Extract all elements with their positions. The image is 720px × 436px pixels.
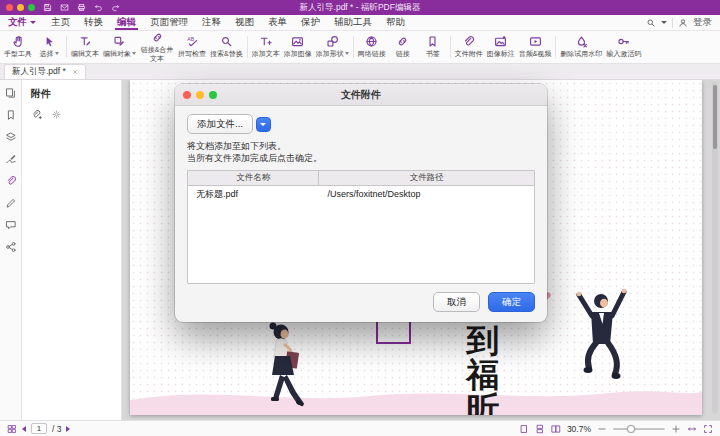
- tab-view[interactable]: 视图: [228, 15, 261, 30]
- add-shape-button[interactable]: 添加形状: [314, 32, 351, 62]
- email-icon[interactable]: [60, 3, 69, 12]
- dialog-hint-1: 将文档添加至如下列表。: [187, 141, 535, 153]
- add-shape-icon: [326, 35, 339, 48]
- add-file-button[interactable]: 添加文件...: [187, 114, 253, 134]
- attachment-table: 文件名称 文件路径 无标题.pdf /Users/foxitnet/Deskto…: [187, 170, 535, 284]
- document-tab[interactable]: 新人引导.pdf *: [4, 64, 86, 79]
- undo-icon[interactable]: [94, 3, 103, 12]
- cancel-button[interactable]: 取消: [433, 292, 480, 312]
- strip-edit-button[interactable]: [5, 197, 17, 209]
- fit-width-icon[interactable]: [687, 424, 697, 434]
- tab-edit[interactable]: 编辑: [110, 15, 143, 30]
- tab-comment[interactable]: 注释: [195, 15, 228, 30]
- pink-wave-decoration: [130, 391, 702, 415]
- zoom-window-button[interactable]: [28, 4, 35, 11]
- strip-layers-button[interactable]: [5, 131, 17, 143]
- search-replace-icon: [220, 35, 233, 48]
- share-icon: [5, 241, 17, 253]
- headline-char-3: 昕: [467, 389, 500, 415]
- search-icon[interactable]: [646, 18, 656, 28]
- menu-bar: 文件 主页 转换 编辑 页面管理 注释 视图 表单 保护 辅助工具 帮助 登录: [0, 15, 720, 31]
- zoom-out-icon[interactable]: [597, 424, 607, 434]
- tab-protect[interactable]: 保护: [294, 15, 327, 30]
- dialog-minimize-button[interactable]: [196, 91, 204, 99]
- grid-view-icon[interactable]: [7, 424, 17, 434]
- tool-label: 文件附件: [455, 50, 483, 58]
- single-page-view-icon[interactable]: [519, 424, 529, 434]
- next-page-icon[interactable]: [66, 426, 70, 432]
- vertical-scrollbar[interactable]: [712, 82, 718, 414]
- tool-label: 添加形状: [316, 50, 344, 58]
- zoom-slider-knob[interactable]: [627, 425, 635, 433]
- tool-label: 链接: [396, 50, 410, 58]
- pen-icon: [5, 197, 17, 209]
- image-annotation-button[interactable]: 图像标注: [485, 32, 517, 62]
- toolbar-divider: [247, 36, 248, 58]
- strip-share-button[interactable]: [5, 241, 17, 253]
- chevron-down-icon: [132, 52, 136, 55]
- close-window-button[interactable]: [6, 4, 13, 11]
- strip-thumbnails-button[interactable]: [5, 87, 17, 99]
- add-image-button[interactable]: 添加图像: [282, 32, 314, 62]
- page-total-label: / 3: [52, 424, 61, 434]
- settings-gear-icon[interactable]: [51, 109, 62, 120]
- strip-bookmarks-button[interactable]: [5, 109, 17, 121]
- scrollbar-thumb[interactable]: [713, 85, 717, 149]
- dialog-close-button[interactable]: [183, 91, 191, 99]
- strip-attachments-button[interactable]: [5, 175, 17, 187]
- image-annotation-icon: [494, 35, 507, 48]
- comment-icon: [5, 219, 17, 231]
- redo-icon[interactable]: [111, 3, 120, 12]
- chevron-down-icon[interactable]: [661, 21, 667, 24]
- enter-activation-code-button[interactable]: 输入激活码: [604, 32, 643, 62]
- edit-object-button[interactable]: 编辑对象: [101, 32, 138, 62]
- page-number-input[interactable]: [31, 423, 47, 434]
- save-icon[interactable]: [43, 3, 52, 12]
- link-join-text-button[interactable]: 链接&合并文本: [138, 32, 176, 62]
- status-bar: / 3 30.7%: [0, 420, 720, 436]
- search-replace-button[interactable]: 搜索&替换: [208, 32, 245, 62]
- tool-label: 链接&合并文本: [140, 46, 174, 62]
- spell-check-button[interactable]: AB 拼写检查: [176, 32, 208, 62]
- tab-convert[interactable]: 转换: [77, 15, 110, 30]
- bookmark-button[interactable]: 书签: [418, 32, 448, 62]
- tab-form[interactable]: 表单: [261, 15, 294, 30]
- dialog-zoom-button[interactable]: [209, 91, 217, 99]
- attachment-table-empty-area: [188, 202, 534, 283]
- add-attachment-icon[interactable]: [31, 109, 42, 120]
- zoom-in-icon[interactable]: [671, 424, 681, 434]
- add-file-dropdown-button[interactable]: [256, 117, 271, 132]
- svg-text:AB: AB: [187, 37, 195, 43]
- login-link[interactable]: 登录: [693, 16, 712, 29]
- close-icon[interactable]: [72, 69, 78, 75]
- zoom-slider[interactable]: [613, 428, 665, 430]
- minimize-window-button[interactable]: [17, 4, 24, 11]
- attachment-table-row[interactable]: 无标题.pdf /Users/foxitnet/Desktop: [188, 186, 534, 202]
- tab-page-management[interactable]: 页面管理: [143, 15, 195, 30]
- edit-text-button[interactable]: 编辑文本: [69, 32, 101, 62]
- select-tool-button[interactable]: 选择: [34, 32, 64, 62]
- file-attachment-button[interactable]: 文件附件: [453, 32, 485, 62]
- strip-comments-button[interactable]: [5, 219, 17, 231]
- previous-page-icon[interactable]: [22, 426, 26, 432]
- link-button[interactable]: 链接: [388, 32, 418, 62]
- remove-trial-watermark-button[interactable]: 删除试用水印: [558, 32, 604, 62]
- ok-button[interactable]: 确定: [488, 292, 535, 312]
- user-icon[interactable]: [678, 18, 688, 28]
- dialog-hint-2: 当所有文件添加完成后点击确定。: [187, 153, 535, 165]
- add-text-button[interactable]: 添加文本: [250, 32, 282, 62]
- continuous-view-icon[interactable]: [535, 424, 545, 434]
- hand-tool-button[interactable]: 手型工具: [2, 32, 34, 62]
- print-icon[interactable]: [77, 3, 86, 12]
- strip-signature-button[interactable]: [5, 153, 17, 165]
- tab-home[interactable]: 主页: [44, 15, 77, 30]
- tab-accessibility[interactable]: 辅助工具: [327, 15, 379, 30]
- facing-pages-view-icon[interactable]: [551, 424, 561, 434]
- cell-file-name: 无标题.pdf: [188, 186, 319, 202]
- tab-help[interactable]: 帮助: [379, 15, 412, 30]
- audio-video-button[interactable]: 音频&视频: [517, 32, 554, 62]
- file-menu[interactable]: 文件: [8, 15, 36, 30]
- fullscreen-icon[interactable]: [703, 424, 713, 434]
- watermark-droplet-icon: [575, 35, 588, 48]
- web-link-button[interactable]: 网络链接: [356, 32, 388, 62]
